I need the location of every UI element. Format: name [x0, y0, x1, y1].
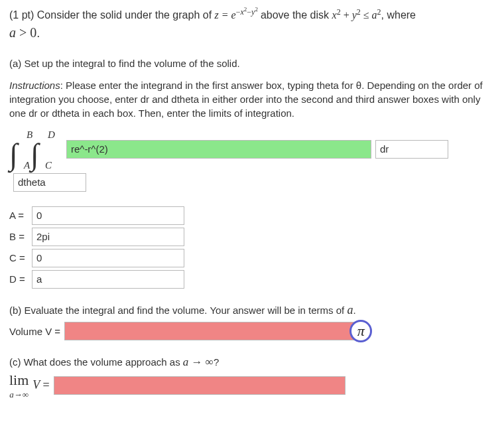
part-a-label: (a) Set up the integral to find the volu…	[9, 56, 495, 70]
bound-input-D[interactable]	[32, 270, 184, 289]
volume-input[interactable]	[64, 322, 356, 340]
problem-condition: a > 0.	[9, 23, 495, 42]
part-b-text: (b) Evaluate the integral and find the v…	[9, 302, 495, 318]
pi-icon[interactable]: π	[349, 320, 372, 342]
bounds-block: A = B = C = D =	[9, 206, 495, 289]
limit-expression: lim a→∞ V =	[9, 370, 346, 401]
bound-label-B: B =	[9, 230, 32, 244]
instructions: Instructions: Please enter the integrand…	[9, 78, 495, 120]
limit-input[interactable]	[54, 376, 346, 395]
lim-subscript: a→∞	[9, 389, 29, 401]
d-first-input[interactable]	[375, 140, 448, 159]
problem-prompt: (1 pt) Consider the solid under the grap…	[9, 5, 495, 23]
points-label: (1 pt)	[9, 9, 34, 21]
eq-disk: x2 + y2 ≤ a2	[332, 9, 381, 21]
integrand-input[interactable]	[66, 140, 371, 159]
eq-surface: z = e−x2−y2	[215, 9, 261, 21]
bound-label-C: C =	[9, 251, 32, 265]
lim-V-eq: V =	[32, 377, 49, 393]
bound-input-B[interactable]	[32, 228, 184, 246]
bound-label-D: D =	[9, 272, 32, 286]
bound-label-A: A =	[9, 208, 32, 222]
double-integral-symbol: ∫ ∫ A B C D	[9, 129, 62, 169]
part-c-text: (c) What does the volume approach as a →…	[9, 354, 495, 370]
d-second-input[interactable]	[13, 173, 86, 192]
integral-expression: ∫ ∫ A B C D	[9, 129, 495, 169]
volume-label: Volume V =	[9, 324, 60, 338]
bound-input-A[interactable]	[32, 206, 184, 225]
lim-word: lim	[9, 370, 29, 391]
bound-input-C[interactable]	[32, 249, 184, 267]
